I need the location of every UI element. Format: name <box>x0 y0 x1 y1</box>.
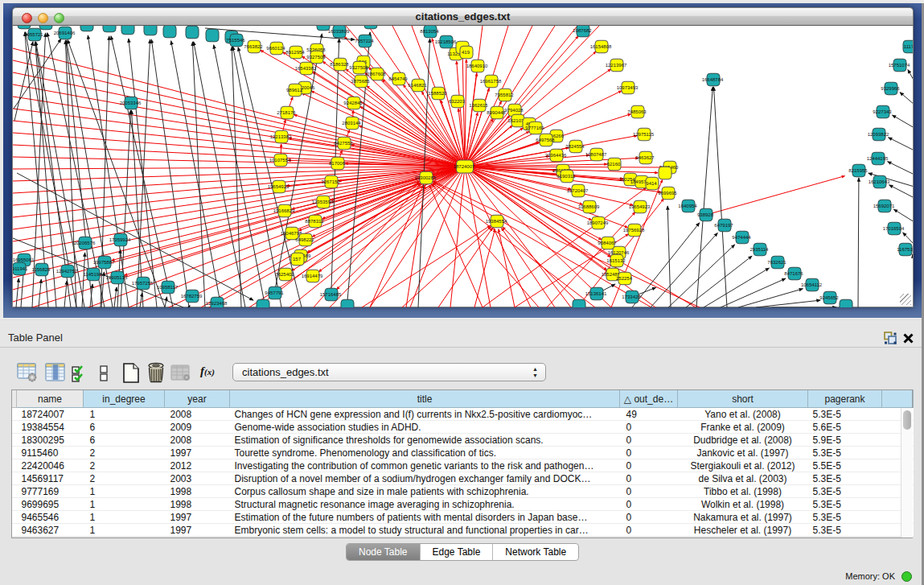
svg-text:10107554: 10107554 <box>269 158 291 163</box>
svg-text:1362615: 1362615 <box>469 103 488 108</box>
svg-text:18640910: 18640910 <box>466 64 488 68</box>
svg-text:10688609: 10688609 <box>578 204 600 209</box>
svg-text:15136141: 15136141 <box>585 291 607 296</box>
svg-text:9777169: 9777169 <box>525 126 544 130</box>
svg-text:12905135: 12905135 <box>106 275 128 280</box>
svg-text:19654923: 19654923 <box>629 204 651 209</box>
svg-text:938928: 938928 <box>697 212 714 217</box>
svg-text:19384554: 19384554 <box>486 219 507 224</box>
svg-text:20300285: 20300285 <box>415 175 437 180</box>
svg-text:9474444: 9474444 <box>732 235 751 240</box>
svg-text:1733426: 1733426 <box>622 295 641 299</box>
svg-text:16210643: 16210643 <box>869 179 890 184</box>
svg-text:12444195: 12444195 <box>867 156 889 161</box>
svg-text:12942757: 12942757 <box>56 269 78 274</box>
svg-text:2087682: 2087682 <box>573 28 592 33</box>
svg-text:8990448: 8990448 <box>487 110 506 115</box>
svg-text:12213967: 12213967 <box>606 63 627 68</box>
svg-text:9242845: 9242845 <box>343 101 363 105</box>
svg-text:19975887: 19975887 <box>93 260 115 265</box>
svg-text:8186328: 8186328 <box>330 62 349 67</box>
svg-text:16955061: 16955061 <box>13 257 35 262</box>
svg-text:15692071: 15692071 <box>873 204 895 208</box>
svg-text:1145194: 1145194 <box>84 272 103 277</box>
svg-text:3267150: 3267150 <box>321 179 340 184</box>
svg-text:19654923: 19654923 <box>268 184 290 189</box>
svg-text:19218506: 19218506 <box>435 39 457 44</box>
svg-text:9146821: 9146821 <box>408 83 427 88</box>
svg-text:989612: 989612 <box>286 88 303 93</box>
svg-text:9414: 9414 <box>646 181 657 186</box>
svg-text:16154808: 16154808 <box>590 44 612 49</box>
svg-text:2803144: 2803144 <box>342 121 361 126</box>
svg-text:252254: 252254 <box>616 276 633 281</box>
svg-text:8454749: 8454749 <box>388 76 408 81</box>
svg-text:7357224: 7357224 <box>355 39 374 43</box>
svg-text:9329966: 9329966 <box>881 86 900 91</box>
svg-text:7955812: 7955812 <box>495 93 514 97</box>
svg-text:7515546: 7515546 <box>226 38 245 43</box>
svg-text:817006: 817006 <box>329 161 346 166</box>
svg-text:12353594: 12353594 <box>312 200 334 204</box>
svg-text:1588520: 1588520 <box>428 91 447 96</box>
svg-text:18724007: 18724007 <box>454 164 475 169</box>
svg-text:10958117: 10958117 <box>157 285 179 290</box>
svg-text:17957255: 17957255 <box>132 281 154 286</box>
svg-text:116753: 116753 <box>897 247 913 252</box>
svg-text:19756928: 19756928 <box>623 228 645 233</box>
svg-text:20053346: 20053346 <box>120 101 142 105</box>
svg-text:10973493: 10973493 <box>617 85 639 90</box>
svg-text:2718176: 2718176 <box>277 110 296 115</box>
svg-text:7632621: 7632621 <box>767 260 786 265</box>
svg-text:7485063: 7485063 <box>627 109 647 114</box>
svg-text:17016504: 17016504 <box>883 226 905 231</box>
svg-text:15720407: 15720407 <box>567 188 589 193</box>
svg-text:8813054: 8813054 <box>420 29 439 34</box>
svg-text:1615132: 1615132 <box>606 258 626 263</box>
svg-text:10807487: 10807487 <box>585 152 607 157</box>
svg-text:3824554: 3824554 <box>565 144 585 149</box>
svg-text:9794028: 9794028 <box>504 108 524 113</box>
svg-text:12975115: 12975115 <box>633 132 655 137</box>
svg-text:6497568: 6497568 <box>536 138 555 142</box>
svg-text:6498222: 6498222 <box>295 237 314 242</box>
svg-text:16914479: 16914479 <box>302 274 323 278</box>
svg-text:8878312: 8878312 <box>305 219 324 224</box>
svg-text:8912954: 8912954 <box>285 50 305 55</box>
svg-text:19166829: 19166829 <box>273 208 295 213</box>
svg-text:15716485: 15716485 <box>320 292 342 297</box>
svg-text:3875685: 3875685 <box>351 79 370 84</box>
svg-text:1190311: 1190311 <box>557 174 576 179</box>
svg-text:2935114: 2935114 <box>750 247 770 252</box>
svg-text:10654112: 10654112 <box>801 282 823 287</box>
svg-text:20691406: 20691406 <box>54 31 76 35</box>
svg-text:15751074: 15751074 <box>889 63 910 68</box>
svg-text:20364436: 20364436 <box>545 153 567 158</box>
svg-text:7625402: 7625402 <box>275 272 294 277</box>
svg-text:12093822: 12093822 <box>868 132 889 137</box>
svg-text:17359924: 17359924 <box>109 237 131 242</box>
svg-text:6479197: 6479197 <box>714 223 733 228</box>
svg-text:9227343: 9227343 <box>873 109 892 114</box>
svg-text:9660124: 9660124 <box>266 46 285 51</box>
svg-text:12213382: 12213382 <box>270 134 292 139</box>
svg-text:16648784: 16648784 <box>702 77 724 82</box>
svg-text:12923468: 12923468 <box>206 301 228 306</box>
svg-text:2055721: 2055721 <box>24 32 43 37</box>
svg-text:7663822: 7663822 <box>244 44 263 49</box>
svg-text:18907249: 18907249 <box>587 220 609 225</box>
svg-text:9327508: 9327508 <box>349 65 368 70</box>
svg-text:9084067: 9084067 <box>598 241 617 245</box>
svg-text:9245652: 9245652 <box>819 295 839 300</box>
svg-text:9463627: 9463627 <box>635 155 655 160</box>
svg-text:20206576: 20206576 <box>74 241 96 245</box>
svg-text:16543382: 16543382 <box>295 66 317 71</box>
svg-text:16033809: 16033809 <box>328 29 350 34</box>
svg-text:9699695: 9699695 <box>658 191 677 196</box>
svg-text:8215955: 8215955 <box>848 168 868 173</box>
svg-text:62160: 62160 <box>607 162 621 167</box>
svg-text:419: 419 <box>462 50 470 55</box>
svg-text:3911941: 3911941 <box>13 266 28 271</box>
svg-text:2867608: 2867608 <box>367 72 386 76</box>
svg-text:16046798: 16046798 <box>281 231 302 236</box>
